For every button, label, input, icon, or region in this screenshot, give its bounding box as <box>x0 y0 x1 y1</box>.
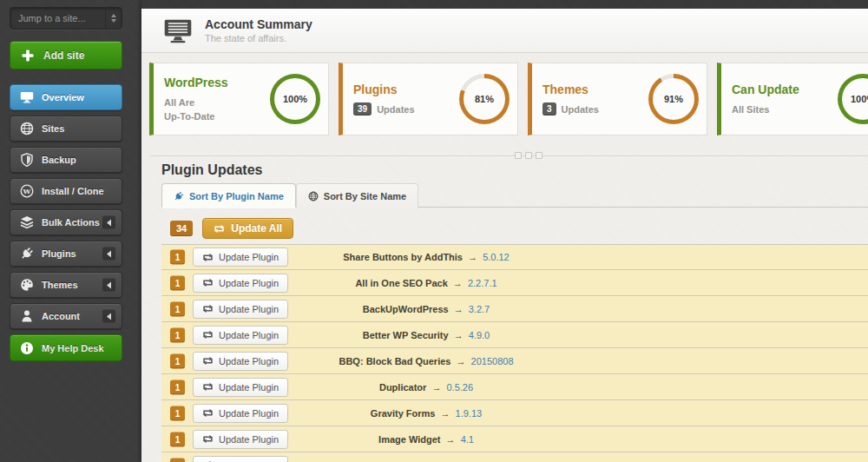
carousel-dots[interactable] <box>515 152 542 159</box>
site-jump-select[interactable]: Jump to a site... <box>10 7 122 30</box>
collapse-arrow-icon[interactable] <box>102 248 115 261</box>
collapse-arrow-icon[interactable] <box>102 216 115 229</box>
arrow-glyph: → <box>446 434 456 445</box>
tab-sort-by-site-name[interactable]: Sort By Site Name <box>296 183 418 208</box>
sort-tabs: Sort By Plugin Name Sort By Site Name <box>161 183 868 208</box>
retweet-icon <box>202 356 214 366</box>
arrow-glyph: → <box>453 278 463 288</box>
retweet-icon <box>202 278 214 287</box>
card-title: Plugins <box>353 82 451 96</box>
page-subtitle: The state of affairs. <box>205 33 312 43</box>
sidebar-item-install-clone[interactable]: W Install / Clone <box>10 178 122 204</box>
plugin-version: 3.2.7 <box>469 304 490 314</box>
plugin-update-row: 1 Update Plugin <box>161 452 868 462</box>
row-count-badge: 1 <box>170 327 185 342</box>
monitor-icon <box>20 90 34 104</box>
card-count-badge: 39 <box>353 102 372 116</box>
plugin-version: 5.0.12 <box>483 252 510 262</box>
plugin-update-row: 1 Update Plugin All in One SEO Pack → 2.… <box>161 270 868 296</box>
site-jump-placeholder: Jump to a site... <box>18 13 86 23</box>
plugin-update-row: 1 Update Plugin Duplicator → 0.5.26 <box>161 374 868 400</box>
sidebar-item-account[interactable]: Account <box>10 303 122 329</box>
gauge-percent-label: 81% <box>475 94 494 104</box>
plugin-update-row: 1 Update Plugin Better WP Security → 4.9… <box>161 322 868 348</box>
sidebar-item-sites[interactable]: Sites <box>10 116 122 142</box>
update-count-badge: 34 <box>170 221 193 236</box>
card-title: WordPress <box>164 76 262 89</box>
section-title: Plugin Updates <box>161 162 262 178</box>
main-content: Account Summary The state of affairs. Wo… <box>141 0 868 462</box>
my-help-desk-button[interactable]: My Help Desk <box>10 334 122 361</box>
row-count-badge: 1 <box>170 353 185 368</box>
plugin-update-row: 1 Update Plugin BBQ: Block Bad Queries →… <box>161 348 868 374</box>
row-count-badge: 1 <box>170 458 185 462</box>
plugin-version: 20150808 <box>471 356 514 366</box>
plugin-update-row: 1 Update Plugin Gravity Forms → 1.9.13 <box>161 400 868 426</box>
sidebar-item-backup[interactable]: Backup <box>10 147 122 173</box>
svg-text:W: W <box>23 187 32 195</box>
plugin-update-row: 1 Update Plugin BackUpWordPress → 3.2.7 <box>161 296 868 322</box>
card-badge-label: Updates <box>562 104 599 115</box>
top-strip <box>141 0 868 9</box>
sidebar-item-bulk-actions[interactable]: Bulk Actions <box>10 209 122 235</box>
plugin-name: BackUpWordPress <box>363 304 449 314</box>
percentage-gauge: 100% <box>262 74 328 124</box>
plus-icon <box>21 49 35 63</box>
plugin-name: Better WP Security <box>363 330 449 340</box>
arrow-glyph: → <box>441 408 450 419</box>
globe-icon <box>308 191 319 201</box>
wordpress-icon: W <box>20 184 34 198</box>
percentage-gauge: 81% <box>451 74 517 124</box>
select-spinner-icon[interactable] <box>105 8 122 29</box>
page-title: Account Summary <box>205 17 312 31</box>
plug-icon <box>20 247 34 261</box>
card-title: Can Update <box>732 82 830 96</box>
plugin-version: 4.9.0 <box>469 330 490 340</box>
tab-sort-by-plugin-name[interactable]: Sort By Plugin Name <box>161 183 296 208</box>
plugin-name: Gravity Forms <box>371 408 436 419</box>
plugin-update-list: 1 Update Plugin Share Buttons by AddThis… <box>161 244 868 462</box>
plugin-name: Share Buttons by AddThis <box>343 252 463 262</box>
plug-icon <box>174 191 184 201</box>
gauge-percent-label: 100% <box>283 94 307 104</box>
retweet-icon <box>202 434 214 444</box>
row-count-badge: 1 <box>170 406 185 420</box>
card-plugins: Plugins 39 Updates 81% <box>339 63 518 135</box>
retweet-icon <box>202 304 214 314</box>
page-header: Account Summary The state of affairs. <box>141 9 868 53</box>
plugin-name: Duplicator <box>379 382 426 393</box>
retweet-icon <box>202 382 214 392</box>
globe-icon <box>20 122 34 135</box>
row-count-badge: 1 <box>170 275 185 290</box>
arrow-glyph: → <box>468 252 477 262</box>
plugin-update-row: 1 Update Plugin Share Buttons by AddThis… <box>161 244 868 270</box>
card-count-badge: 3 <box>542 102 556 116</box>
card-can-update: Can Update All Sites 100% <box>717 63 868 135</box>
row-count-badge: 1 <box>170 301 185 316</box>
update-all-button[interactable]: Update All <box>202 218 293 239</box>
percentage-gauge: 91% <box>641 74 707 124</box>
update-toolbar: 34 Update All <box>170 218 293 239</box>
info-icon <box>20 341 34 355</box>
user-icon <box>20 309 34 323</box>
sidebar: Jump to a site... Add site Overview Site… <box>0 0 141 462</box>
row-count-badge: 1 <box>170 380 185 394</box>
carousel-divider <box>150 155 868 156</box>
card-badge-label: Updates <box>377 104 414 115</box>
sidebar-item-overview[interactable]: Overview <box>10 84 122 110</box>
sidebar-item-themes[interactable]: Themes <box>10 272 122 298</box>
shield-icon <box>20 153 34 167</box>
collapse-arrow-icon[interactable] <box>102 310 115 323</box>
retweet-icon <box>202 253 214 262</box>
gauge-percent-label: 91% <box>664 94 683 104</box>
sidebar-item-plugins[interactable]: Plugins <box>10 241 122 267</box>
plugin-version: 4.1 <box>461 434 474 445</box>
collapse-arrow-icon[interactable] <box>102 279 115 292</box>
layers-icon <box>20 215 34 229</box>
arrow-glyph: → <box>454 304 464 314</box>
update-plugin-button[interactable]: Update Plugin <box>193 456 288 462</box>
add-site-button[interactable]: Add site <box>10 41 122 69</box>
plugin-name: All in One SEO Pack <box>355 278 447 288</box>
plugin-name: BBQ: Block Bad Queries <box>339 356 450 366</box>
monitor-icon <box>163 18 193 43</box>
